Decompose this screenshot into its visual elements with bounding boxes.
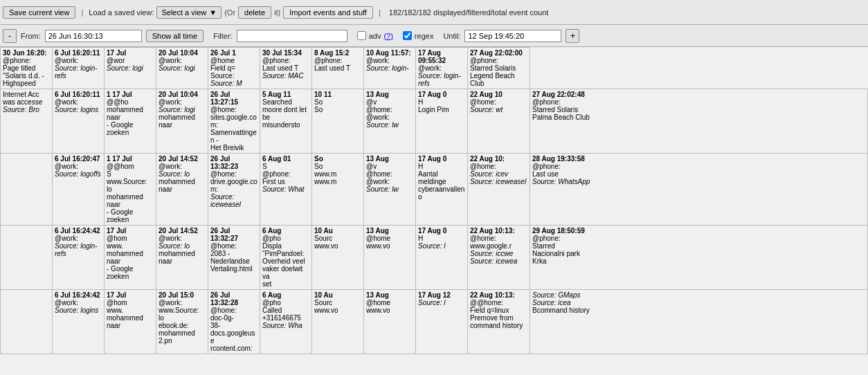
table-row[interactable]: 28 Aug 19:33:58 @phone: Last use Source:… <box>530 154 868 226</box>
table-row[interactable]: 22 Aug 10: @home: Source: icev Source: i… <box>468 154 530 226</box>
table-row[interactable]: 20 Jul 15:0 @work: www.Source: lo ebook.… <box>156 290 208 354</box>
table-row[interactable]: 20 Jul 14:52 @work: Source: lo mohammed … <box>156 226 208 290</box>
table-row[interactable]: 22 Aug 10:13: @@home: Field q=linux Prem… <box>468 290 530 354</box>
table-row[interactable]: Internet Acc was accesse Source: Bro <box>1 89 53 154</box>
table-row[interactable]: 13 Aug @v @home: @work: Source: lw <box>364 154 416 226</box>
remove-filter-button[interactable]: - <box>3 29 17 43</box>
table-row[interactable]: 10 Aug 11:57: @work: Source: login- <box>364 48 416 89</box>
table-row[interactable]: 26 Jul 13:32:28 @home: doc-0g- 38-docs.g… <box>208 290 260 354</box>
separator-1: | <box>78 8 86 17</box>
show-alltime-button[interactable]: Show all time <box>146 30 204 42</box>
adv-group: adv (?) <box>357 31 393 40</box>
table-row[interactable]: 6 Aug 01 S @phone: First us Source: What <box>260 154 312 226</box>
table-row[interactable]: 10 11 So So <box>312 89 364 154</box>
table-row[interactable]: 20 Jul 14:52 @work: Source: lo mohammed … <box>156 154 208 226</box>
table-row[interactable]: 13 Aug @home www.vo <box>364 290 416 354</box>
table-row[interactable]: 5 Aug 11 Searched moore dont let be misu… <box>260 89 312 154</box>
regex-checkbox[interactable] <box>403 31 412 40</box>
table-row[interactable]: 17 Aug 0 H Source: l <box>416 226 468 290</box>
events-grid: 30 Jun 16:20: @phone: Page titled "Solar… <box>0 47 868 375</box>
table-row[interactable]: 17 Aug 12 Source: l <box>416 290 468 354</box>
table-row[interactable] <box>1 154 53 226</box>
table-row[interactable]: 10 Au Sourc www.vo <box>312 290 364 354</box>
table-row[interactable]: 30 Jul 15:34 @phone: Last used T Source:… <box>260 48 312 89</box>
table-row[interactable]: 22 Aug 10 @home: Source: wt <box>468 89 530 154</box>
table-row[interactable] <box>1 226 53 290</box>
add-filter-button[interactable]: + <box>566 29 579 43</box>
adv-checkbox[interactable] <box>357 31 366 40</box>
table-row[interactable]: 27 Aug 22:02:48 @phone: Starred Solaris … <box>530 89 868 154</box>
table-row[interactable]: 26 Jul 1 @home Field q= Source: Source: … <box>208 48 260 89</box>
events-table: 30 Jun 16:20: @phone: Page titled "Solar… <box>0 47 868 354</box>
toolbar: Save current view | Load a saved view: S… <box>0 0 868 25</box>
delete-button[interactable]: delete <box>238 6 271 19</box>
adv-label: adv <box>369 32 381 40</box>
table-row[interactable]: 8 Aug 15:2 @phone: Last used T <box>312 48 364 89</box>
filter-input[interactable] <box>237 30 347 42</box>
table-row[interactable]: 1 17 Jul @@ho mohammed naar - Google zoe… <box>105 89 156 154</box>
table-row[interactable]: 22 Aug 10:13: @home: www.google.r Source… <box>468 226 530 290</box>
table-row[interactable] <box>1 290 53 354</box>
table-row[interactable]: 1 17 Jul @@hom S www.Source: lo mohammed… <box>105 154 156 226</box>
load-view-label: Load a saved view: <box>89 8 154 17</box>
paren-open: (Or <box>224 8 235 17</box>
dropdown-arrow-icon: ▼ <box>209 8 217 17</box>
until-label: Until: <box>443 32 460 40</box>
table-row[interactable]: 26 Jul 13:32:27 @home: 2083 - Nederlands… <box>208 226 260 290</box>
table-row[interactable]: 6 Jul 16:20:11 @work: Source: logins <box>53 89 105 154</box>
table-row[interactable]: 10 Au Sourc www.vo <box>312 226 364 290</box>
save-view-button[interactable]: Save current view <box>3 6 75 19</box>
table-row[interactable]: 20 Jul 10:04 @work: Source: logi mohamme… <box>156 89 208 154</box>
table-row[interactable]: 26 Jul 13:32:23 @home: drive.google.com:… <box>208 154 260 226</box>
table-row[interactable]: 13 Aug @home www.vo <box>364 226 416 290</box>
table-row[interactable]: 30 Jun 16:20: @phone: Page titled "Solar… <box>1 48 53 89</box>
separator-2: | <box>376 8 383 17</box>
table-row[interactable]: 13 Aug @v @home: @work: Source: lw <box>364 89 416 154</box>
table-row[interactable]: 17 Aug 0 H Aantal meldinge cyberaanvalle… <box>416 154 468 226</box>
paren-close: it) <box>274 8 280 17</box>
regex-group: regex <box>403 31 434 40</box>
table-row[interactable]: So So www.m www.m <box>312 154 364 226</box>
regex-label: regex <box>415 32 434 40</box>
select-view-label: Select a view <box>161 8 206 17</box>
table-row[interactable]: 6 Jul 16:20:47 @work: Source: logoffs <box>53 154 105 226</box>
table-row[interactable]: 17 Jul @hom www. mohammed naar <box>105 290 156 354</box>
table-row[interactable]: 17 Jul @hom www. mohammed naar - Google … <box>105 226 156 290</box>
filter-bar: - From: Show all time Filter: adv (?) re… <box>0 25 868 47</box>
adv-help-link[interactable]: (?) <box>383 32 392 40</box>
table-row[interactable]: 17 Jul @wor Source: logi <box>105 48 156 89</box>
table-row[interactable]: Source: GMaps Source: icea Bcommand hist… <box>530 290 868 354</box>
table-row[interactable]: 6 Jul 16:24:42 @work: Source: logins <box>53 290 105 354</box>
event-count: 182/182/182 displayed/filtered/total eve… <box>389 8 549 17</box>
table-row[interactable]: 6 Aug @pho Called +316146675 Source: Wha <box>260 290 312 354</box>
table-row[interactable]: 17 Aug 09:55:32 @work: Source: login-ref… <box>416 48 468 89</box>
table-row[interactable]: 6 Aug @pho Displa "PimPandoel: Overheid … <box>260 226 312 290</box>
table-row[interactable]: 26 Jul 13:27:15 @home: sites.google.com:… <box>208 89 260 154</box>
table-row[interactable]: 29 Aug 18:50:59 @phone: Starred Nacional… <box>530 226 868 290</box>
table-row[interactable]: 6 Jul 16:20:11 @work: Source: login-refs <box>53 48 105 89</box>
from-label: From: <box>21 32 41 40</box>
filter-label: Filter: <box>213 32 233 40</box>
from-date-input[interactable] <box>45 30 142 42</box>
import-button[interactable]: Import events and stuff <box>283 6 373 19</box>
until-date-input[interactable] <box>464 30 561 42</box>
table-row[interactable]: 27 Aug 22:02:00 @phone: Starred Solaris … <box>468 48 530 89</box>
select-view-dropdown[interactable]: Select a view ▼ <box>156 6 221 19</box>
table-row[interactable]: 6 Jul 16:24:42 @work: Source: login-refs <box>53 226 105 290</box>
table-row[interactable]: 17 Aug 0 H Login Pim <box>416 89 468 154</box>
table-row[interactable]: 20 Jul 10:04 @work: Source: logi <box>156 48 208 89</box>
